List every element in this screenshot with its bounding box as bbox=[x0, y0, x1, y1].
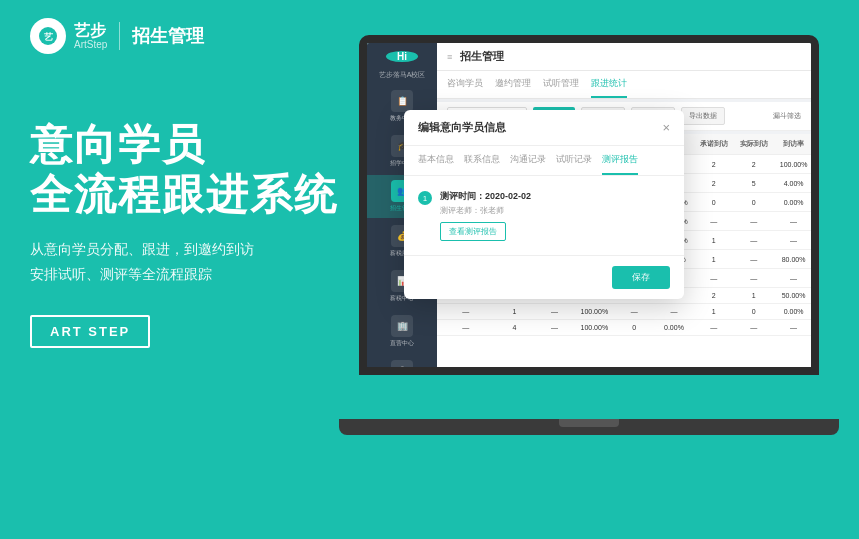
save-button[interactable]: 保存 bbox=[612, 266, 670, 289]
tab-invite[interactable]: 邀约管理 bbox=[495, 71, 531, 98]
modal-footer: 保存 bbox=[404, 255, 684, 299]
table-cell-1-6: 2 bbox=[694, 174, 734, 193]
table-cell-8-8: 0.00% bbox=[774, 304, 811, 320]
table-cell-9-7: — bbox=[734, 320, 774, 336]
logo-brand-name: 艺步 bbox=[74, 22, 107, 40]
table-cell-6-6: — bbox=[694, 269, 734, 288]
logo-area: 艺 艺步 ArtStep bbox=[30, 18, 107, 54]
table-cell-1-7: 5 bbox=[734, 174, 774, 193]
tab-stats[interactable]: 跟进统计 bbox=[591, 71, 627, 98]
hero-title-line1: 意向学员 bbox=[30, 120, 338, 170]
tab-consult[interactable]: 咨询学员 bbox=[447, 71, 483, 98]
close-icon[interactable]: × bbox=[662, 120, 670, 135]
topbar-title: 招生管理 bbox=[460, 49, 504, 64]
table-cell-9-6: — bbox=[694, 320, 734, 336]
table-cell-6-7: — bbox=[734, 269, 774, 288]
table-cell-0-7: 2 bbox=[734, 155, 774, 174]
eval-record: 1 测评时间：2020-02-02 测评老师：张老师 查看测评报告 bbox=[418, 190, 670, 241]
table-cell-9-1: 4 bbox=[495, 320, 535, 336]
table-cell-3-8: — bbox=[774, 212, 811, 231]
modal-title: 编辑意向学员信息 bbox=[418, 120, 506, 135]
table-cell-5-7: — bbox=[734, 250, 774, 269]
sidebar-icon-6: 🏢 bbox=[391, 315, 413, 337]
table-row[interactable]: —4—100.00%00.00%——— bbox=[437, 320, 811, 336]
sidebar-item-7[interactable]: 🏛 机构中心 bbox=[367, 355, 437, 375]
table-cell-0-8: 100.00% bbox=[774, 155, 811, 174]
table-cell-8-5: — bbox=[654, 304, 694, 320]
record-index: 1 bbox=[418, 191, 432, 205]
logo-brand-sub: ArtStep bbox=[74, 39, 107, 50]
modal-tab-basic[interactable]: 基本信息 bbox=[418, 146, 454, 175]
tab-trial[interactable]: 试听管理 bbox=[543, 71, 579, 98]
table-cell-9-4: 0 bbox=[614, 320, 654, 336]
logo-text: 艺步 ArtStep bbox=[74, 22, 107, 51]
table-cell-8-6: 1 bbox=[694, 304, 734, 320]
table-cell-0-6: 2 bbox=[694, 155, 734, 174]
sidebar-icon-1: 📋 bbox=[391, 90, 413, 112]
export-btn[interactable]: 导出数据 bbox=[681, 107, 725, 125]
table-cell-1-8: 4.00% bbox=[774, 174, 811, 193]
logo-icon: 艺 bbox=[30, 18, 66, 54]
modal-header: 编辑意向学员信息 × bbox=[404, 110, 684, 146]
table-cell-5-8: 80.00% bbox=[774, 250, 811, 269]
header-divider bbox=[119, 22, 120, 50]
laptop-base bbox=[339, 419, 839, 435]
table-cell-5-6: 1 bbox=[694, 250, 734, 269]
hero-title: 意向学员 全流程跟进系统 bbox=[30, 120, 338, 221]
art-step-button[interactable]: ART STEP bbox=[30, 315, 150, 348]
table-cell-8-4: — bbox=[614, 304, 654, 320]
table-cell-8-0: — bbox=[437, 304, 495, 320]
table-cell-9-2: — bbox=[535, 320, 575, 336]
table-cell-7-7: 1 bbox=[734, 288, 774, 304]
modal-tab-comm[interactable]: 沟通记录 bbox=[510, 146, 546, 175]
left-content: 意向学员 全流程跟进系统 从意向学员分配、跟进，到邀约到访 安排试听、测评等全流… bbox=[30, 120, 338, 348]
table-cell-7-6: 2 bbox=[694, 288, 734, 304]
table-cell-3-6: — bbox=[694, 212, 734, 231]
sidebar-label-6: 直营中心 bbox=[390, 339, 414, 348]
hero-subtitle: 从意向学员分配、跟进，到邀约到访 安排试听、测评等全流程跟踪 bbox=[30, 237, 338, 287]
table-cell-9-3: 100.00% bbox=[575, 320, 615, 336]
hero-subtitle-line1: 从意向学员分配、跟进，到邀约到访 bbox=[30, 237, 338, 262]
table-cell-4-8: — bbox=[774, 231, 811, 250]
table-cell-2-6: 0 bbox=[694, 193, 734, 212]
col-header-actual: 实际到访 bbox=[734, 134, 774, 155]
table-cell-6-8: — bbox=[774, 269, 811, 288]
app-tabs: 咨询学员 邀约管理 试听管理 跟进统计 bbox=[437, 71, 811, 99]
col-header-visit-rate: 到访率 bbox=[774, 134, 811, 155]
modal-box: 编辑意向学员信息 × 基本信息 联系信息 沟通记录 试听记录 测评报告 1 测评… bbox=[404, 110, 684, 299]
modal-tab-trial[interactable]: 试听记录 bbox=[556, 146, 592, 175]
hero-subtitle-line2: 安排试听、测评等全流程跟踪 bbox=[30, 262, 338, 287]
table-cell-9-5: 0.00% bbox=[654, 320, 694, 336]
record-content: 测评时间：2020-02-02 测评老师：张老师 查看测评报告 bbox=[440, 190, 531, 241]
sidebar-icon-7: 🏛 bbox=[391, 360, 413, 375]
table-cell-9-0: — bbox=[437, 320, 495, 336]
record-date: 测评时间：2020-02-02 bbox=[440, 190, 531, 203]
table-cell-8-7: 0 bbox=[734, 304, 774, 320]
view-report-link[interactable]: 查看测评报告 bbox=[440, 222, 506, 241]
table-row[interactable]: —1—100.00%——100.00% bbox=[437, 304, 811, 320]
table-cell-2-7: 0 bbox=[734, 193, 774, 212]
app-topbar: ≡ 招生管理 bbox=[437, 43, 811, 71]
record-teacher: 测评老师：张老师 bbox=[440, 205, 531, 216]
sidebar-item-6[interactable]: 🏢 直营中心 bbox=[367, 310, 437, 353]
table-cell-8-1: 1 bbox=[495, 304, 535, 320]
col-header-promise: 承诺到访 bbox=[694, 134, 734, 155]
table-cell-8-2: — bbox=[535, 304, 575, 320]
modal-body: 1 测评时间：2020-02-02 测评老师：张老师 查看测评报告 bbox=[404, 176, 684, 255]
filter-label: 漏斗筛选 bbox=[773, 111, 801, 121]
modal-tab-contact[interactable]: 联系信息 bbox=[464, 146, 500, 175]
modal-tab-eval[interactable]: 测评报告 bbox=[602, 146, 638, 175]
header-title: 招生管理 bbox=[132, 24, 204, 48]
table-cell-9-8: — bbox=[774, 320, 811, 336]
table-cell-3-7: — bbox=[734, 212, 774, 231]
table-cell-4-7: — bbox=[734, 231, 774, 250]
avatar: Hi bbox=[386, 51, 418, 62]
hero-title-line2: 全流程跟进系统 bbox=[30, 170, 338, 220]
main-container: 艺 艺步 ArtStep 招生管理 意向学员 全流程跟进系统 从意向学员分配、跟… bbox=[0, 0, 859, 539]
svg-text:艺: 艺 bbox=[44, 32, 54, 42]
table-cell-7-8: 50.00% bbox=[774, 288, 811, 304]
table-cell-2-8: 0.00% bbox=[774, 193, 811, 212]
table-cell-4-6: 1 bbox=[694, 231, 734, 250]
modal-tabs: 基本信息 联系信息 沟通记录 试听记录 测评报告 bbox=[404, 146, 684, 176]
table-cell-8-3: 100.00% bbox=[575, 304, 615, 320]
